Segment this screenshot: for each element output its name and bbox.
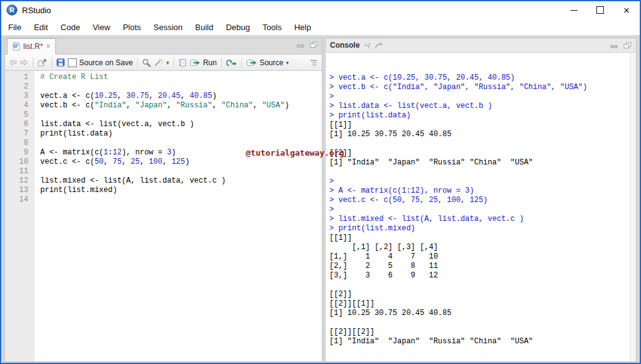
menu-edit[interactable]: Edit [28, 19, 54, 35]
save-icon[interactable] [57, 58, 65, 67]
source-button[interactable]: Source ▾ [246, 58, 289, 67]
rstudio-window: R RStudio × FileEditCodeViewPlotsSession… [0, 0, 641, 364]
source-on-save-toggle[interactable]: Source on Save [68, 58, 133, 67]
menu-bar: FileEditCodeViewPlotsSessionBuildDebugTo… [1, 19, 640, 36]
code-editor[interactable]: 1234567891011121314 # Create R Listvect.… [5, 71, 322, 361]
console-line: [[1]] [329, 120, 628, 130]
line-number: 11 [5, 167, 28, 176]
tab-label: list.R* [23, 42, 43, 51]
console-scrollbar[interactable] [630, 53, 636, 361]
line-number: 6 [5, 120, 28, 129]
forward-icon[interactable] [20, 59, 28, 66]
console-title: Console [330, 41, 359, 50]
console-line: [1,] 1 4 7 10 [329, 252, 628, 262]
console-line: [[2]] [329, 149, 628, 158]
line-number: 9 [5, 148, 28, 158]
r-file-icon: R [13, 42, 20, 51]
document-outline-icon[interactable] [309, 59, 318, 67]
window-close-button[interactable]: × [613, 1, 640, 19]
editor-line: # Create R List [40, 73, 322, 82]
tab-list-r[interactable]: R list.R* × [7, 38, 56, 55]
menu-debug[interactable]: Debug [219, 19, 256, 35]
console-line: > A <- matrix(c(1:12), nrow = 3) [329, 186, 628, 196]
line-number: 3 [5, 92, 28, 101]
line-number: 7 [5, 129, 28, 139]
chevron-down-icon: ▾ [166, 60, 169, 66]
minimize-pane-icon[interactable] [297, 42, 304, 48]
console-line: [3,] 3 6 9 12 [329, 271, 628, 281]
line-number: 4 [5, 101, 28, 110]
source-label: Source [260, 58, 283, 67]
source-on-save-checkbox[interactable] [68, 58, 77, 67]
menu-file[interactable]: File [2, 19, 28, 35]
console-line: [[2]][[2]] [329, 328, 628, 337]
open-in-new-window-icon[interactable] [38, 59, 47, 67]
line-number: 10 [5, 158, 28, 167]
line-number: 2 [5, 82, 28, 92]
console-output: > vect.a <- c(10.25, 30.75, 20.45, 40.85… [329, 73, 628, 361]
source-icon [246, 59, 257, 67]
editor-gutter: 1234567891011121314 [5, 71, 35, 361]
line-number: 5 [5, 110, 28, 120]
editor-line: list.data <- list(vect.a, vect.b ) [40, 120, 322, 129]
console-popout-icon[interactable] [375, 42, 383, 49]
compile-notebook-icon[interactable] [178, 58, 187, 67]
editor-line [40, 110, 322, 120]
console-line: > [329, 92, 628, 102]
run-button[interactable]: Run [190, 58, 217, 67]
tab-close-icon[interactable]: × [46, 43, 50, 50]
back-icon[interactable] [9, 59, 17, 66]
menu-view[interactable]: View [86, 19, 116, 35]
console-line: > print(list.data) [329, 111, 628, 120]
maximize-icon [596, 6, 604, 14]
source-pane-controls [297, 41, 318, 48]
console-line: [1] 10.25 30.75 20.45 40.85 [329, 130, 628, 139]
console-line: [[2]][[1]] [329, 299, 628, 309]
console-body[interactable]: > vect.a <- c(10.25, 30.75, 20.45, 40.85… [326, 53, 636, 361]
maximize-pane-icon[interactable] [310, 41, 318, 48]
code-tools-button[interactable]: ▾ [154, 58, 169, 67]
source-toolbar: Source on Save ▾ [5, 55, 322, 71]
minimize-pane-icon[interactable] [610, 43, 618, 48]
window-title: RStudio [22, 6, 51, 15]
watermark: @tutorialgateway.org [246, 148, 344, 158]
maximize-pane-icon[interactable] [623, 42, 632, 49]
source-on-save-label: Source on Save [79, 58, 133, 67]
console-line [329, 346, 628, 356]
editor-line: vect.c <- c(50, 75, 25, 100, 125) [40, 158, 322, 167]
editor-line: list.mixed <- list(A, list.data, vect.c … [40, 176, 322, 186]
editor-line [40, 167, 322, 176]
menu-code[interactable]: Code [54, 19, 86, 35]
menu-build[interactable]: Build [189, 19, 220, 35]
console-line: [1] 10.25 30.75 20.45 40.85 [329, 309, 628, 318]
window-minimize-button[interactable] [561, 1, 587, 19]
menu-help[interactable]: Help [288, 19, 317, 35]
console-line [329, 168, 628, 177]
editor-line [40, 82, 322, 92]
line-number: 8 [5, 139, 28, 148]
console-line: [[1]] [329, 233, 628, 243]
rerun-icon[interactable] [226, 59, 237, 67]
editor-line [40, 195, 322, 205]
editor-line: print(list.mixed) [40, 186, 322, 195]
window-controls: × [561, 1, 640, 19]
menu-tools[interactable]: Tools [256, 19, 288, 35]
find-replace-icon[interactable] [142, 58, 151, 67]
console-line [329, 281, 628, 290]
console-working-directory: ~/ [364, 41, 370, 49]
editor-code[interactable]: # Create R Listvect.a <- c(10.25, 30.75,… [35, 71, 322, 361]
console-line: > [329, 177, 628, 186]
svg-text:R: R [14, 44, 17, 48]
menu-session[interactable]: Session [147, 19, 189, 35]
svg-text:R: R [9, 6, 14, 14]
toolbar-separator [137, 58, 138, 68]
toolbar-separator [241, 58, 242, 68]
editor-line: vect.a <- c(10.25, 30.75, 20.45, 40.85) [40, 92, 322, 101]
window-maximize-button[interactable] [587, 1, 613, 19]
editor-line: print(list.data) [40, 129, 322, 139]
toolbar-separator [173, 58, 174, 68]
line-number: 1 [5, 73, 28, 82]
menu-plots[interactable]: Plots [116, 19, 147, 35]
line-number: 13 [5, 186, 28, 195]
console-line: [1] "India" "Japan" "Russia" "China" "US… [329, 158, 628, 168]
